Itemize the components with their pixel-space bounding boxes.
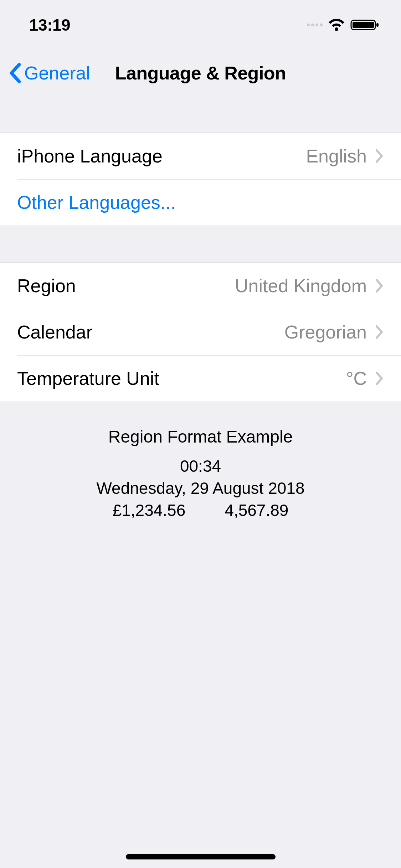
chevron-right-icon bbox=[375, 325, 384, 339]
svg-rect-1 bbox=[353, 22, 374, 28]
row-iphone-language[interactable]: iPhone Language English bbox=[0, 133, 401, 179]
chevron-right-icon bbox=[375, 279, 384, 293]
example-date: Wednesday, 29 August 2018 bbox=[0, 479, 401, 498]
chevron-right-icon bbox=[375, 149, 384, 163]
page-title: Language & Region bbox=[115, 62, 286, 84]
signal-dots-icon bbox=[307, 24, 323, 26]
battery-icon bbox=[350, 18, 380, 32]
row-label: Temperature Unit bbox=[17, 368, 346, 389]
row-calendar[interactable]: Calendar Gregorian bbox=[0, 309, 401, 355]
chevron-left-icon bbox=[9, 62, 21, 84]
settings-group-language: iPhone Language English Other Languages.… bbox=[0, 133, 401, 226]
status-time: 13:19 bbox=[29, 15, 70, 35]
row-value: English bbox=[306, 145, 367, 167]
status-indicators bbox=[307, 18, 380, 32]
status-bar: 13:19 bbox=[0, 0, 401, 50]
row-label: Calendar bbox=[17, 321, 284, 343]
section-gap bbox=[0, 96, 401, 133]
row-region[interactable]: Region United Kingdom bbox=[0, 263, 401, 309]
row-other-languages[interactable]: Other Languages... bbox=[0, 179, 401, 226]
row-value: Gregorian bbox=[284, 321, 367, 343]
row-value: °C bbox=[346, 368, 367, 389]
content-area: iPhone Language English Other Languages.… bbox=[0, 96, 401, 520]
section-gap bbox=[0, 226, 401, 262]
row-label: iPhone Language bbox=[17, 145, 306, 167]
row-label: Region bbox=[17, 275, 235, 296]
example-time: 00:34 bbox=[0, 456, 401, 476]
example-number: 4,567.89 bbox=[225, 501, 288, 520]
row-temperature[interactable]: Temperature Unit °C bbox=[0, 355, 401, 402]
home-indicator[interactable] bbox=[126, 854, 276, 859]
example-title: Region Format Example bbox=[0, 427, 401, 446]
svg-rect-2 bbox=[376, 23, 379, 27]
navigation-bar: General Language & Region bbox=[0, 50, 401, 96]
chevron-right-icon bbox=[375, 371, 384, 386]
back-button[interactable]: General bbox=[9, 62, 90, 84]
back-label: General bbox=[24, 62, 90, 84]
row-label: Other Languages... bbox=[17, 192, 384, 213]
example-currency: £1,234.56 bbox=[113, 501, 186, 520]
example-values: £1,234.56 4,567.89 bbox=[0, 501, 401, 520]
wifi-icon bbox=[328, 18, 345, 32]
settings-group-region: Region United Kingdom Calendar Gregorian… bbox=[0, 262, 401, 402]
region-format-example: Region Format Example 00:34 Wednesday, 2… bbox=[0, 402, 401, 520]
row-value: United Kingdom bbox=[235, 275, 367, 296]
